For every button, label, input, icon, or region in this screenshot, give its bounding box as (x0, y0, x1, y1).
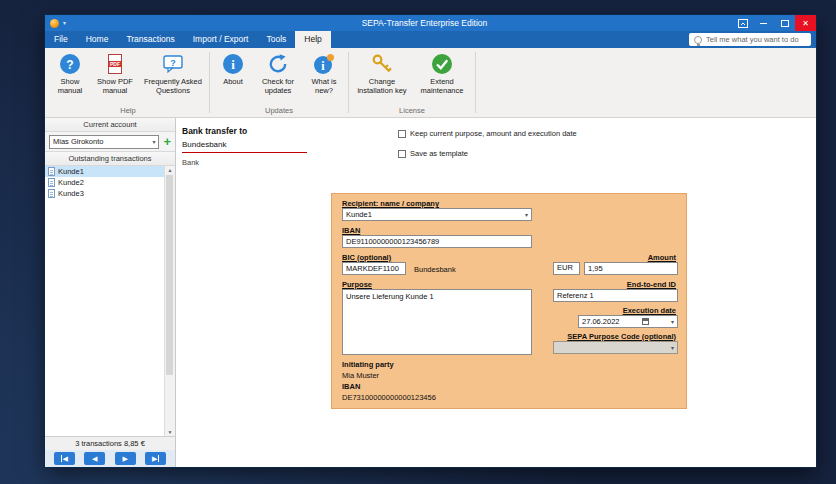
chevron-down-icon (152, 139, 155, 145)
transfer-form-panel: Recipient: name / company Kunde1 IBAN BI… (331, 193, 687, 409)
show-pdf-manual-button[interactable]: PDF Show PDF manual (91, 50, 139, 97)
button-label: Show PDF manual (92, 77, 138, 95)
nav-last-button[interactable] (145, 452, 166, 465)
extend-maintenance-button[interactable]: Extend maintenance (413, 50, 471, 97)
bic-field[interactable] (342, 262, 406, 275)
execution-date-picker[interactable]: 27.06.2022 (578, 315, 678, 328)
maximize-button[interactable] (774, 15, 795, 31)
amount-field[interactable] (584, 262, 678, 275)
quick-access-caret-icon[interactable] (63, 20, 66, 26)
account-dropdown[interactable]: Mias Girokonto (49, 135, 159, 149)
initiating-party-name: Mia Muster (342, 371, 379, 380)
lightbulb-icon (694, 36, 702, 44)
bic-label: BIC (optional) (342, 253, 391, 262)
list-item-label: Kunde3 (58, 189, 84, 198)
show-manual-button[interactable]: ? Show manual (51, 50, 89, 97)
outstanding-transactions-header: Outstanding transactions (45, 152, 175, 166)
checkbox-label: Keep current purpose, amount and executi… (410, 129, 577, 138)
svg-text:i: i (231, 57, 235, 72)
tab-file[interactable]: File (45, 31, 77, 48)
initiating-iban-value: DE73100000000000123456 (342, 393, 436, 402)
chevron-down-icon[interactable] (671, 319, 674, 325)
bank-name-field[interactable] (182, 140, 307, 153)
document-icon (48, 178, 55, 187)
list-item-label: Kunde2 (58, 178, 84, 187)
check-for-updates-button[interactable]: Check for updates (254, 50, 302, 97)
sidebar: Current account Mias Girokonto Outstandi… (45, 118, 176, 467)
info-circle-icon: i (222, 52, 244, 76)
change-installation-key-button[interactable]: Change installation key (353, 50, 411, 97)
list-item-kunde3[interactable]: Kunde3 (45, 188, 165, 199)
desktop: SEPA-Transfer Enterprise Edition File Ho… (0, 0, 836, 484)
question-circle-icon: ? (59, 52, 81, 76)
button-label: Change installation key (354, 77, 410, 95)
list-item-kunde2[interactable]: Kunde2 (45, 177, 165, 188)
save-template-checkbox[interactable] (398, 150, 406, 158)
app-icon (50, 19, 59, 28)
end-to-end-id-field[interactable] (553, 289, 678, 302)
ribbon-separator (348, 52, 349, 113)
ribbon-options-button[interactable] (732, 15, 753, 31)
menu-bar: File Home Transactions Import / Export T… (45, 31, 816, 48)
document-icon (48, 167, 55, 176)
account-row: Mias Girokonto (45, 132, 175, 152)
transactions-summary: 3 transactions 8,85 € (45, 436, 175, 450)
tellme-search-text: Tell me what you want to do (706, 35, 799, 44)
ribbon-group-updates: i About Check for updates i (211, 48, 347, 117)
scroll-up-icon[interactable] (165, 166, 175, 174)
close-button[interactable] (795, 15, 816, 31)
button-label: Check for updates (255, 77, 301, 95)
add-account-button[interactable] (163, 135, 171, 148)
ribbon-group-license: Change installation key Extend maintenan… (350, 48, 474, 117)
key-icon (371, 52, 393, 76)
document-icon (48, 189, 55, 198)
tab-transactions[interactable]: Transactions (117, 31, 183, 48)
minimize-button[interactable] (753, 15, 774, 31)
currency-code: EUR (557, 263, 573, 272)
amount-label: Amount (648, 253, 676, 262)
about-button[interactable]: i About (214, 50, 252, 88)
ribbon-group-label: Help (50, 105, 206, 117)
purpose-textarea[interactable]: Unsere Lieferung Kunde 1 (342, 289, 532, 355)
button-label: What is new? (305, 77, 343, 95)
execution-date-label: Execution date (623, 306, 676, 315)
tab-import-export[interactable]: Import / Export (184, 31, 258, 48)
recipient-value: Kunde1 (346, 210, 372, 219)
tab-tools[interactable]: Tools (257, 31, 295, 48)
list-item-kunde1[interactable]: Kunde1 (45, 166, 165, 177)
currency-field[interactable]: EUR (553, 262, 580, 275)
tab-home[interactable]: Home (77, 31, 118, 48)
whats-new-button[interactable]: i What is new? (304, 50, 344, 97)
scrollbar-thumb[interactable] (166, 175, 173, 375)
tellme-search-box[interactable]: Tell me what you want to do (689, 33, 811, 46)
keep-purpose-checkbox[interactable] (398, 130, 406, 138)
iban-field[interactable] (342, 235, 532, 248)
svg-text:PDF: PDF (110, 61, 120, 67)
faq-bubble-icon: ? (162, 52, 184, 76)
app-body: Current account Mias Girokonto Outstandi… (45, 118, 816, 467)
list-scrollbar[interactable] (164, 166, 175, 436)
nav-first-button[interactable] (54, 452, 75, 465)
save-template-checkbox-row: Save as template (398, 149, 468, 158)
nav-next-button[interactable] (115, 452, 136, 465)
chevron-down-icon (525, 212, 528, 218)
svg-text:?: ? (170, 58, 176, 68)
check-circle-icon (431, 52, 453, 76)
iban-label: IBAN (342, 226, 360, 235)
page-title: Bank transfer to (182, 126, 247, 136)
scroll-down-icon[interactable] (165, 428, 175, 436)
app-window: SEPA-Transfer Enterprise Edition File Ho… (45, 15, 816, 467)
calendar-icon (642, 318, 649, 325)
quick-access-toolbar (45, 19, 117, 28)
ribbon-group-label: Updates (213, 105, 345, 117)
ribbon-group-label: License (352, 105, 472, 117)
recipient-dropdown[interactable]: Kunde1 (342, 208, 532, 221)
button-label: Show manual (52, 77, 88, 95)
ribbon-group-help: ? Show manual PDF Show PDF manual ? (48, 48, 208, 117)
initiating-party-label: Initiating party (342, 360, 394, 369)
sepa-purpose-code-dropdown[interactable] (553, 341, 678, 354)
nav-previous-button[interactable] (84, 452, 105, 465)
tab-help[interactable]: Help (295, 31, 330, 48)
transactions-list: Kunde1 Kunde2 Kunde3 (45, 166, 175, 436)
faq-button[interactable]: ? Frequently Asked Questions (141, 50, 205, 97)
